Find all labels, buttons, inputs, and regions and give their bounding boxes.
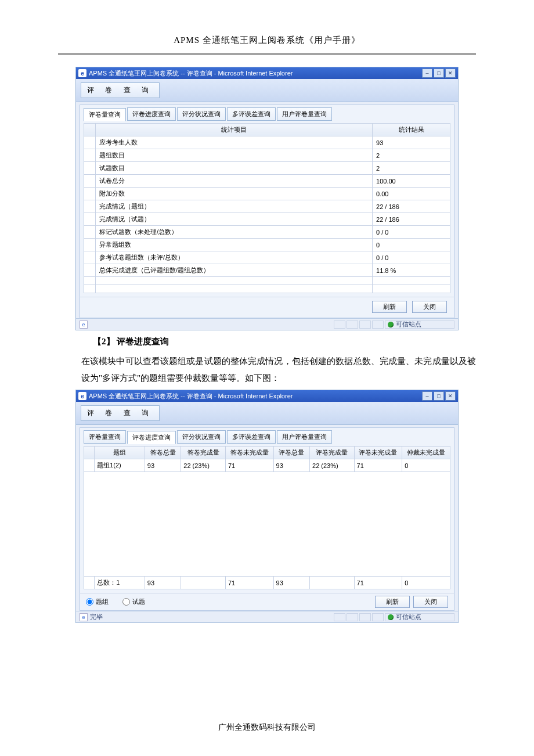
table-row: 完成情况（题组）22 / 186 (84, 200, 450, 213)
table-row: 标记试题数（未处理/总数）0 / 0 (84, 226, 450, 239)
close-button[interactable]: 关闭 (413, 596, 448, 608)
query-tabs: 评卷量查询 评卷进度查询 评分状况查询 多评误差查询 用户评卷量查询 (84, 430, 450, 444)
maximize-button[interactable]: □ (434, 69, 444, 78)
empty-area (84, 472, 450, 577)
table-row: 异常题组数0 (84, 239, 450, 251)
status-trust-label: 可信站点 (396, 320, 421, 329)
table-row: 题组数目2 (84, 149, 450, 162)
section-body: 在该模块中可以查看该题组或是试题的整体完成情况，包括创建的数据总数、完成量、未完… (81, 353, 476, 386)
status-bar: e 完毕 可信站点 (76, 318, 458, 330)
radio-question[interactable]: 试题 (122, 597, 145, 606)
col-answer-undone: 答卷未完成量 (225, 447, 273, 459)
tab-progress-query[interactable]: 评卷进度查询 (127, 107, 176, 121)
maximize-button[interactable]: □ (434, 391, 444, 401)
page-icon: e (80, 613, 88, 621)
doc-header: APMS 全通纸笔王网上阅卷系统《用户手册》 (70, 35, 464, 49)
table-row: 参考试卷题组数（未评/总数）0 / 0 (84, 251, 450, 264)
trusted-site-icon (388, 614, 394, 620)
table-row: 试卷总分100.00 (84, 175, 450, 188)
col-mark-total: 评卷总量 (273, 447, 309, 459)
tab-user-volume-query[interactable]: 用户评卷量查询 (277, 107, 332, 121)
main-tab[interactable]: 评 卷 查 询 (81, 405, 160, 421)
tab-volume-query[interactable]: 评卷量查询 (84, 430, 126, 444)
close-button[interactable]: ✕ (445, 69, 456, 78)
col-answer-total: 答卷总量 (145, 447, 181, 459)
window-title: APMS 全通纸笔王网上阅卷系统 -- 评卷查询 - Microsoft Int… (89, 69, 293, 78)
window-title: APMS 全通纸笔王网上阅卷系统 -- 评卷查询 - Microsoft Int… (89, 392, 293, 401)
ie-icon: e (78, 69, 86, 77)
screenshot-2: e APMS 全通纸笔王网上阅卷系统 -- 评卷查询 - Microsoft I… (75, 390, 459, 623)
section-heading: 【2】 评卷进度查询 (93, 336, 476, 347)
doc-footer: 广州全通数码科技有限公司 (0, 722, 534, 733)
tab-volume-query[interactable]: 评卷量查询 (84, 108, 126, 121)
page-icon: e (80, 321, 88, 329)
close-button[interactable]: 关闭 (412, 301, 447, 313)
query-tabs: 评卷量查询 评卷进度查询 评分状况查询 多评误差查询 用户评卷量查询 (84, 107, 450, 121)
radio-group[interactable]: 题组 (86, 597, 109, 606)
col-mark-done: 评卷完成量 (310, 447, 355, 459)
table-row: 总体完成进度（已评题组数/题组总数）11.8 % (84, 264, 450, 277)
table-row: 完成情况（试题）22 / 186 (84, 213, 450, 226)
window-titlebar: e APMS 全通纸笔王网上阅卷系统 -- 评卷查询 - Microsoft I… (76, 390, 458, 402)
col-stat-item: 统计项目 (96, 124, 373, 136)
col-group: 题组 (95, 447, 145, 459)
col-stat-result: 统计结果 (373, 124, 450, 136)
progress-table: 题组 答卷总量 答卷完成量 答卷未完成量 评卷总量 评卷完成量 评卷未完成量 仲… (84, 446, 450, 589)
tab-score-status-query[interactable]: 评分状况查询 (177, 107, 226, 121)
totals-row: 总数：1 93 71 93 71 0 (84, 577, 450, 589)
refresh-button[interactable]: 刷新 (372, 301, 407, 313)
refresh-button[interactable]: 刷新 (375, 596, 410, 608)
col-arbit-undone: 仲裁未完成量 (402, 447, 450, 459)
screenshot-1: e APMS 全通纸笔王网上阅卷系统 -- 评卷查询 - Microsoft I… (75, 67, 459, 330)
trusted-site-icon (388, 322, 394, 327)
stats-table: 统计项目 统计结果 应考考生人数93 题组数目2 试题数目2 试卷总分100.0… (84, 123, 450, 293)
minimize-button[interactable]: – (422, 391, 432, 401)
table-row: 题组1(2) 93 22 (23%) 71 93 22 (23%) 71 0 (84, 459, 450, 472)
main-tab[interactable]: 评 卷 查 询 (81, 82, 160, 98)
ie-icon: e (78, 392, 86, 400)
table-row: 试题数目2 (84, 162, 450, 175)
tab-user-volume-query[interactable]: 用户评卷量查询 (277, 430, 332, 444)
tab-score-status-query[interactable]: 评分状况查询 (177, 430, 226, 444)
col-mark-undone: 评卷未完成量 (354, 447, 402, 459)
col-answer-done: 答卷完成量 (181, 447, 226, 459)
table-row: 附加分数0.00 (84, 188, 450, 200)
header-rule-2 (58, 55, 476, 55)
window-titlebar: e APMS 全通纸笔王网上阅卷系统 -- 评卷查询 - Microsoft I… (76, 67, 458, 79)
tab-multi-error-query[interactable]: 多评误差查询 (227, 430, 276, 444)
status-done-label: 完毕 (90, 613, 103, 621)
close-button[interactable]: ✕ (445, 391, 456, 401)
tab-multi-error-query[interactable]: 多评误差查询 (227, 107, 276, 121)
header-rule-1 (58, 53, 476, 53)
minimize-button[interactable]: – (422, 69, 432, 78)
status-bar: e 完毕 可信站点 (76, 611, 458, 622)
status-trust-label: 可信站点 (396, 613, 421, 621)
tab-progress-query[interactable]: 评卷进度查询 (127, 431, 176, 444)
table-row: 应考考生人数93 (84, 136, 450, 149)
